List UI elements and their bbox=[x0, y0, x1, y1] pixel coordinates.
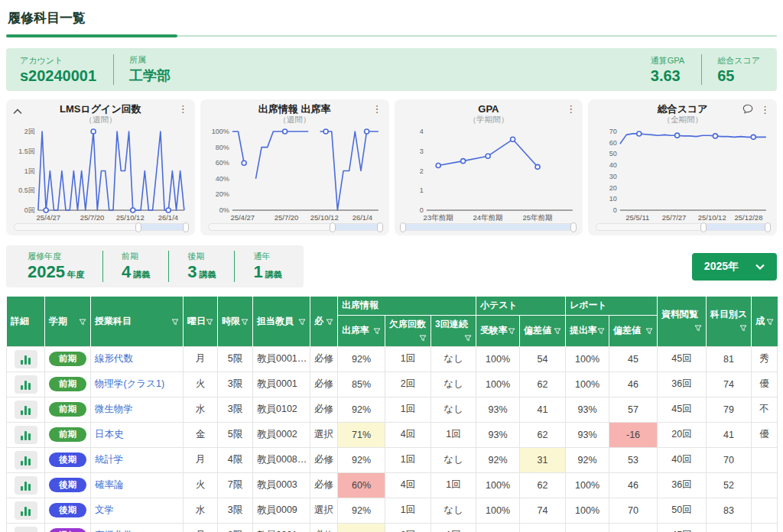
year-select-button[interactable]: 2025年 bbox=[692, 253, 777, 281]
filter-icon[interactable] bbox=[508, 326, 515, 337]
value-cell: 92% bbox=[338, 447, 385, 472]
semester-badge: 前期 bbox=[49, 427, 86, 442]
semester-badge: 前期 bbox=[49, 377, 86, 391]
total-score-line-chart: 01020304050607025/5/1125/7/2725/10/1225/… bbox=[593, 126, 772, 222]
value-cell: 100% bbox=[476, 346, 520, 371]
slider-handle-right[interactable] bbox=[570, 222, 577, 232]
filter-icon[interactable] bbox=[766, 317, 774, 328]
filter-icon[interactable] bbox=[373, 326, 381, 337]
col-group-report: レポート bbox=[566, 297, 658, 315]
value-cell: 62 bbox=[520, 472, 566, 498]
kebab-menu-icon[interactable]: ⋮ bbox=[760, 104, 770, 116]
required-cell: 必修 bbox=[310, 472, 338, 498]
filter-icon[interactable] bbox=[419, 333, 427, 344]
value-cell: 56 bbox=[707, 523, 752, 532]
col-required: 必 bbox=[310, 297, 338, 346]
filter-icon[interactable] bbox=[597, 326, 605, 337]
col-subject-score: 科目別ス bbox=[707, 297, 752, 346]
subject-link[interactable]: 日本史 bbox=[95, 429, 124, 440]
slider-handle-left[interactable] bbox=[330, 222, 336, 232]
filter-icon[interactable] bbox=[241, 317, 249, 328]
chart-range-slider[interactable] bbox=[596, 223, 769, 231]
detail-button[interactable] bbox=[15, 401, 37, 419]
value-cell: 93% bbox=[476, 397, 520, 422]
filter-icon[interactable] bbox=[171, 317, 179, 328]
value-cell: 60% bbox=[338, 472, 385, 498]
gpa-label: 通算GPA bbox=[651, 55, 684, 66]
required-cell: 必修 bbox=[310, 371, 338, 397]
detail-button[interactable] bbox=[15, 501, 37, 520]
filter-icon[interactable] bbox=[645, 326, 653, 337]
detail-button[interactable] bbox=[15, 476, 37, 495]
value-cell: 45回 bbox=[658, 523, 707, 532]
chart-range-slider[interactable] bbox=[208, 223, 382, 231]
value-cell: 71% bbox=[338, 422, 385, 447]
filter-icon[interactable] bbox=[694, 323, 702, 334]
charts-row: LMSログイン回数 （週間） ⋮ 0回0.5回1回1.5回2回25/4/2725… bbox=[6, 99, 777, 235]
value-cell: 100% bbox=[566, 472, 609, 498]
value-cell: 75% bbox=[338, 523, 385, 532]
svg-text:25/12/28: 25/12/28 bbox=[735, 213, 763, 222]
day-cell: 月 bbox=[184, 447, 218, 472]
kebab-menu-icon[interactable]: ⋮ bbox=[566, 103, 576, 115]
value-cell: 62 bbox=[520, 371, 566, 397]
svg-text:80%: 80% bbox=[216, 144, 229, 151]
day-cell: 月 bbox=[184, 523, 218, 532]
filter-icon[interactable] bbox=[298, 317, 306, 328]
day-cell: 金 bbox=[184, 422, 218, 447]
slider-handle-left[interactable] bbox=[700, 222, 707, 232]
col-attendance-rate: 出席率 bbox=[338, 315, 385, 346]
subject-link[interactable]: 物理学(クラス1) bbox=[95, 378, 164, 389]
collapse-chevron-up-icon[interactable] bbox=[13, 104, 22, 118]
value-cell: 93% bbox=[476, 422, 520, 447]
attendance-line-chart: 0%20%40%60%80%100%25/4/2725/7/2025/10/12… bbox=[206, 126, 384, 222]
svg-text:0%: 0% bbox=[219, 206, 229, 214]
slider-handle-right[interactable] bbox=[377, 222, 383, 232]
slider-handle-right[interactable] bbox=[765, 222, 771, 232]
semester-badge: 前期 bbox=[49, 402, 86, 417]
teacher-cell: 教員0001 bbox=[253, 371, 310, 397]
slider-handle-left[interactable] bbox=[400, 222, 406, 232]
filter-icon[interactable] bbox=[464, 333, 472, 344]
bar-chart-icon bbox=[21, 431, 31, 440]
detail-button[interactable] bbox=[15, 451, 37, 469]
subject-link[interactable]: 線形代数 bbox=[95, 353, 133, 364]
svg-text:2: 2 bbox=[419, 167, 423, 175]
slider-handle-right[interactable] bbox=[183, 222, 189, 232]
slider-selection bbox=[333, 224, 381, 230]
value-cell: 100% bbox=[476, 523, 520, 532]
slider-handle-left[interactable] bbox=[135, 222, 141, 232]
table-row: 後期統計学月4限教員0008…必修92%1回なし92%3192%5340回70 bbox=[7, 447, 778, 472]
subject-link[interactable]: 統計学 bbox=[95, 454, 124, 465]
semester-badge: 通年 bbox=[49, 528, 86, 532]
department-label: 所属 bbox=[129, 54, 171, 66]
detail-button[interactable] bbox=[15, 527, 37, 532]
svg-text:2回: 2回 bbox=[24, 128, 35, 135]
detail-button[interactable] bbox=[15, 350, 37, 368]
subject-link[interactable]: 文学 bbox=[95, 504, 114, 515]
detail-button[interactable] bbox=[15, 426, 37, 444]
filter-icon[interactable] bbox=[206, 317, 213, 328]
kebab-menu-icon[interactable]: ⋮ bbox=[178, 103, 188, 115]
filter-icon[interactable] bbox=[79, 317, 86, 328]
value-cell: 79 bbox=[707, 397, 752, 422]
chart-range-slider[interactable] bbox=[14, 223, 187, 231]
value-cell: 52 bbox=[707, 472, 752, 498]
subject-link[interactable]: 確率論 bbox=[95, 479, 124, 490]
total-score-label: 総合スコア bbox=[717, 55, 760, 66]
period-cell: 5限 bbox=[218, 346, 253, 371]
col-report-rate: 提出率 bbox=[566, 315, 609, 346]
comment-bubble-icon[interactable] bbox=[742, 103, 753, 117]
table-row: 前期線形代数月5限教員0001…必修92%1回なし100%54100%4545回… bbox=[7, 346, 778, 371]
required-cell: 選択 bbox=[310, 422, 338, 447]
detail-button[interactable] bbox=[15, 375, 37, 394]
filter-icon[interactable] bbox=[326, 317, 333, 328]
table-row: 後期確率論火7限教員0003必修60%4回1回100%62100%4636回52 bbox=[7, 472, 778, 498]
filter-icon[interactable] bbox=[739, 323, 747, 334]
filter-icon[interactable] bbox=[554, 326, 561, 337]
value-cell: 41 bbox=[520, 397, 566, 422]
chart-range-slider[interactable] bbox=[402, 223, 576, 231]
kebab-menu-icon[interactable]: ⋮ bbox=[372, 103, 382, 115]
svg-text:0.5回: 0.5回 bbox=[18, 187, 35, 194]
subject-link[interactable]: 微生物学 bbox=[95, 404, 133, 414]
